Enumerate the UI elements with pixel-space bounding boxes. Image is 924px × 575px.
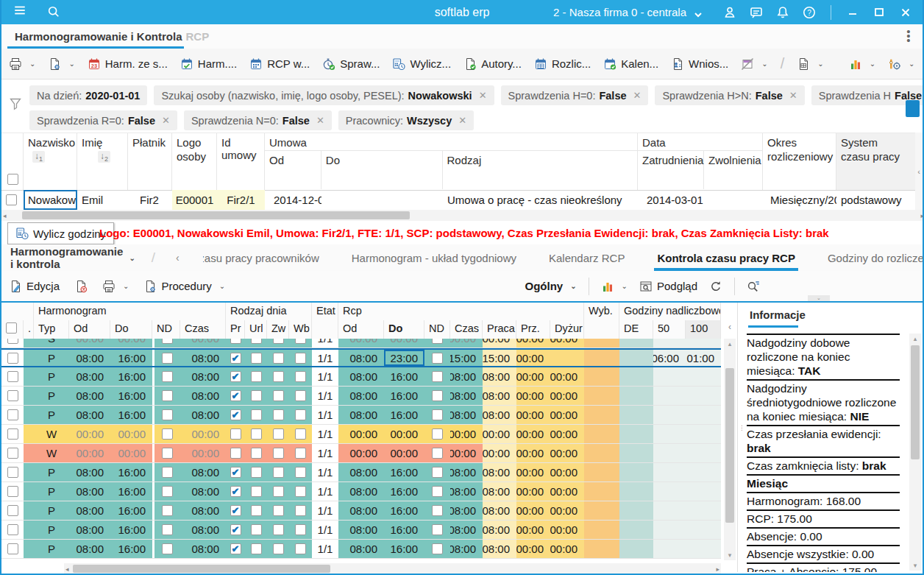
grid-cell[interactable]: ✔	[226, 350, 245, 366]
subtab-1[interactable]: Harmonogram - układ tygodniowy	[352, 244, 516, 271]
grid-cell[interactable]: 00:00	[550, 425, 584, 443]
grid-row[interactable]: W00:0000:0000:001/100:0000:0000:0000:000…	[1, 444, 721, 463]
checkbox[interactable]	[251, 448, 262, 459]
partial-row[interactable]: Ś00:0000:0000:001/100:0000:0000:0000:000…	[1, 339, 721, 348]
grid-col-header[interactable]: Wyb.	[584, 303, 619, 320]
grid-cell[interactable]	[245, 350, 267, 366]
toolbar-button-autoryzacja[interactable]: Autory...	[463, 57, 522, 71]
grid-cell[interactable]: 08:00	[180, 482, 226, 501]
grid-col-header[interactable]: Url	[245, 320, 267, 339]
grid-cell[interactable]	[584, 367, 619, 386]
checkbox[interactable]	[230, 448, 241, 459]
grid-cell[interactable]: 08:00	[338, 387, 384, 405]
checkbox[interactable]	[295, 524, 306, 535]
grid-cell[interactable]	[424, 463, 450, 481]
scroll-up-arrow[interactable]: ▴	[724, 340, 736, 348]
grid-col-header[interactable]: Praca	[483, 320, 516, 339]
grid-cell[interactable]	[619, 482, 653, 501]
grid-row[interactable]: P08:0016:0008:00✔1/108:0016:0008:0008:00…	[1, 521, 721, 540]
grid-cell[interactable]: 00:00	[180, 339, 226, 348]
grid-cell[interactable]: 08:00	[483, 540, 516, 558]
wylicz-godziny-button[interactable]: Wylicz godziny	[7, 222, 114, 244]
checkbox[interactable]	[162, 543, 173, 554]
subtab-group-menu[interactable]: Harmonogramowanie i kontrola ⌄	[10, 245, 135, 270]
grid-cell[interactable]: 16:00	[384, 406, 424, 424]
grid-cell[interactable]: 08:00	[450, 367, 483, 386]
grid-cell[interactable]	[424, 521, 450, 539]
cell-umowa-od[interactable]: 2014-12-01	[265, 190, 321, 210]
grid-cell[interactable]: 00:00	[384, 425, 424, 443]
grid-col-header[interactable]	[584, 320, 619, 339]
grid-cell[interactable]: 00:00	[550, 501, 584, 520]
checkbox[interactable]	[273, 371, 284, 382]
cell-imie[interactable]: Emil	[77, 190, 128, 210]
employee-row[interactable]: Nowakowski Emil Fir2 E00001 Fir2/1 2014-…	[1, 190, 917, 211]
grid-cell[interactable]	[584, 501, 619, 520]
grid-cell[interactable]: 08:00	[483, 387, 516, 405]
close-button[interactable]	[896, 4, 915, 21]
vscroll-thumb[interactable]	[911, 345, 920, 459]
grid-cell[interactable]: 08:00	[483, 406, 516, 424]
grid-cell[interactable]	[1, 387, 24, 405]
grid-cell[interactable]: 00:00	[550, 339, 584, 348]
view-selector[interactable]: Ogólny⌄	[525, 280, 576, 292]
grid-cell[interactable]	[267, 387, 289, 405]
grid-cell[interactable]	[24, 482, 34, 501]
grid-cell[interactable]: 1/1	[312, 501, 338, 520]
grid-cell[interactable]: 00:00	[384, 339, 424, 348]
grid-cell[interactable]	[289, 540, 312, 558]
grid-cell[interactable]: 08:00	[69, 540, 110, 558]
hamburger-menu-icon[interactable]	[13, 4, 31, 21]
checkbox[interactable]	[432, 448, 443, 459]
grid-cell[interactable]	[686, 425, 721, 443]
grid-cell[interactable]: 16:00	[384, 501, 424, 520]
grid-cell[interactable]: 08:00	[338, 367, 384, 386]
grid-cell[interactable]	[152, 521, 180, 539]
checkbox[interactable]: ✔	[230, 371, 241, 382]
grid-cell[interactable]: P	[34, 406, 69, 424]
grid-cell[interactable]	[267, 521, 289, 539]
grid-row[interactable]: P08:0016:0008:00✔1/108:0016:0008:0008:00…	[1, 463, 721, 482]
grid-cell[interactable]	[1, 367, 24, 386]
checkbox[interactable]	[162, 409, 173, 420]
grid-cell[interactable]	[584, 521, 619, 539]
grid-cell[interactable]: 1/1	[312, 482, 338, 501]
grid-cell[interactable]: 08:00	[338, 350, 384, 366]
grid-cell[interactable]	[653, 540, 686, 558]
grid-cell[interactable]: 08:00	[450, 521, 483, 539]
grid-cell[interactable]: 00:00	[550, 463, 584, 481]
checkbox[interactable]	[7, 409, 18, 420]
grid-cell[interactable]	[289, 339, 312, 348]
grid-cell[interactable]	[619, 350, 653, 366]
col-header-umowa-do[interactable]: Do	[321, 151, 443, 189]
toolbar-button-kalendarz[interactable]: Kalen...	[603, 57, 658, 71]
grid-cell[interactable]	[226, 339, 245, 348]
grid-cell[interactable]: 08:00	[450, 463, 483, 481]
grid-cell[interactable]	[686, 501, 721, 520]
scroll-right-arrow[interactable]: ▸	[716, 565, 719, 573]
grid-cell[interactable]: 00:00	[69, 425, 110, 443]
col-header-logo-osoby[interactable]: Logoosoby	[172, 133, 217, 190]
grid-cell[interactable]	[653, 387, 686, 405]
grid-cell[interactable]: 1/1	[312, 540, 338, 558]
grid-cell[interactable]: 00:00	[180, 444, 226, 462]
grid-cell[interactable]: 08:00	[483, 463, 516, 481]
checkbox[interactable]	[251, 486, 262, 497]
grid-cell[interactable]: 00:00	[483, 425, 516, 443]
checkbox[interactable]	[432, 524, 443, 535]
grid-cell[interactable]: 16:00	[110, 521, 152, 539]
grid-cell[interactable]	[686, 521, 721, 539]
grid-cell[interactable]	[267, 367, 289, 386]
grid-cell[interactable]	[289, 444, 312, 462]
grid-cell[interactable]	[619, 387, 653, 405]
checkbox[interactable]	[230, 428, 241, 440]
grid-cell[interactable]	[267, 501, 289, 520]
grid-cell[interactable]: 16:00	[110, 367, 152, 386]
grid-cell[interactable]	[619, 444, 653, 462]
tab-overflow-menu-icon[interactable]: •••	[903, 29, 914, 43]
grid-cell[interactable]	[245, 501, 267, 520]
filter-chip[interactable]: Szukaj osoby (nazwisko, imię, logo osoby…	[154, 85, 494, 105]
select-all-checkbox[interactable]	[7, 174, 18, 185]
grid-cell[interactable]	[289, 367, 312, 386]
checkbox[interactable]	[432, 353, 443, 364]
